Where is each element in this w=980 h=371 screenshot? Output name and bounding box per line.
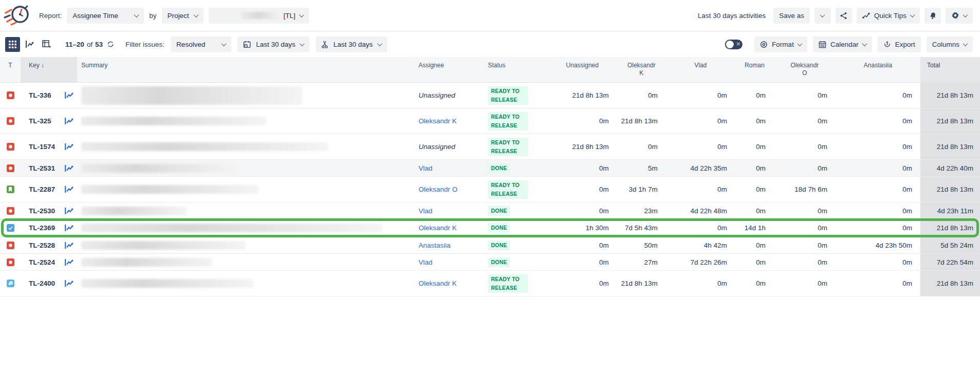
chart-view-button[interactable]: [22, 37, 37, 52]
notifications-button[interactable]: [924, 8, 941, 24]
pagination-info: 11–20of53: [65, 41, 114, 48]
time-cell-anastasiia: 0m: [836, 117, 920, 125]
toggle-x-icon: ✕: [736, 41, 740, 47]
save-as-button[interactable]: Save as: [773, 8, 810, 24]
issue-trend-button[interactable]: [61, 143, 77, 151]
total-cell: 21d 8h 13m: [920, 83, 980, 108]
time-cell-oleksandr-o: 0m: [774, 91, 836, 99]
type-cell: [0, 242, 21, 249]
col-type[interactable]: T: [0, 57, 21, 82]
calendar-icon: [819, 41, 826, 48]
issue-key-link[interactable]: TL-2528: [21, 242, 61, 249]
time-cell-vlad: 7d 22h 26m: [666, 258, 735, 266]
time-cell-oleksandr-o: 0m: [774, 224, 836, 232]
time-cell-roman: 0m: [735, 117, 774, 125]
time-cell-vlad: 4d 22h 35m: [666, 164, 735, 172]
issue-trend-button[interactable]: [61, 164, 77, 172]
chevron-down-icon: [820, 12, 825, 17]
issue-trend-button[interactable]: [61, 224, 77, 232]
issue-key-link[interactable]: TL-2531: [21, 164, 61, 172]
time-cell-oleksandr-o: 18d 7h 6m: [774, 186, 836, 193]
time-cell-vlad: 4d 22h 48m: [666, 207, 735, 215]
issue-trend-button[interactable]: [61, 258, 77, 266]
issue-key-link[interactable]: TL-336: [21, 91, 61, 99]
col-anastasiia[interactable]: Anastasiia: [836, 57, 920, 82]
col-total[interactable]: Total: [920, 57, 980, 82]
issue-key-link[interactable]: TL-2287: [21, 186, 61, 193]
assignee-cell: Oleksandr K: [411, 224, 481, 232]
by-label: by: [149, 12, 156, 20]
view-switcher: [5, 37, 54, 52]
time-cell-roman: 0m: [735, 207, 774, 215]
chevron-down-icon: [134, 12, 139, 17]
assignee-link[interactable]: Oleksandr K: [419, 280, 457, 287]
time-cell-oleksandr-o: 0m: [774, 117, 836, 125]
assignee-unassigned-label: Unassigned: [419, 143, 455, 151]
export-button[interactable]: Export: [878, 36, 921, 52]
col-summary[interactable]: Summary: [77, 57, 411, 82]
table-header-row: TKey ↓SummaryAssigneeStatusUnassignedOle…: [0, 57, 980, 83]
col-oleksandr-k[interactable]: Oleksandr K: [617, 57, 666, 82]
issue-dates-filter[interactable]: Last 30 days: [238, 36, 310, 52]
total-cell: 4d 23h 11m: [920, 202, 980, 219]
assignee-link[interactable]: Anastasiia: [419, 242, 450, 249]
issue-trend-button[interactable]: [61, 117, 77, 125]
time-cell-roman: 14d 1h: [735, 224, 774, 232]
total-cell: 21d 8h 13m: [920, 108, 980, 134]
trend-chart-icon: [64, 207, 74, 215]
project-select[interactable]: [TL]: [209, 8, 309, 24]
col-oleksandr-o[interactable]: Oleksandr O: [774, 57, 836, 82]
col-assignee[interactable]: Assignee: [411, 57, 481, 82]
issue-trend-button[interactable]: [61, 280, 77, 287]
col-roman[interactable]: Roman: [735, 57, 774, 82]
grid-view-button[interactable]: [5, 37, 20, 52]
redacted-summary: [81, 258, 212, 267]
col-status[interactable]: Status: [481, 57, 548, 82]
assignee-link[interactable]: Vlad: [419, 258, 432, 266]
settings-button[interactable]: [946, 8, 973, 24]
assignee-link[interactable]: Oleksandr K: [419, 117, 457, 125]
worklog-dates-filter[interactable]: Last 30 days: [316, 36, 387, 52]
assignee-link[interactable]: Vlad: [419, 164, 432, 172]
calendar-button[interactable]: Calendar: [813, 36, 872, 52]
issue-trend-button[interactable]: [61, 207, 77, 215]
issue-trend-button[interactable]: [61, 186, 77, 193]
total-cell: 5d 5h 24m: [920, 237, 980, 253]
assignee-link[interactable]: Oleksandr O: [419, 186, 458, 193]
issue-trend-button[interactable]: [61, 91, 77, 99]
compact-mode-toggle[interactable]: ✕: [725, 40, 742, 49]
calendar-clock-icon: [243, 41, 251, 48]
pivot-view-button[interactable]: [39, 37, 54, 52]
report-toolbar: 11–20of53 Filter issues: Resolved: [0, 31, 980, 57]
time-cell-oleksandr-k: 50m: [617, 242, 666, 249]
refresh-button[interactable]: [107, 41, 114, 48]
assignee-link[interactable]: Vlad: [419, 207, 432, 215]
bug-issue-type-icon: [7, 117, 14, 125]
report-type-select[interactable]: Assignee Time: [67, 8, 144, 24]
col-vlad[interactable]: Vlad: [666, 57, 735, 82]
issue-key-link[interactable]: TL-2524: [21, 258, 61, 266]
col-key[interactable]: Key ↓: [21, 57, 77, 82]
issue-trend-button[interactable]: [61, 242, 77, 249]
issue-key-link[interactable]: TL-325: [21, 117, 61, 125]
table-row-tl-2528: TL-2528AnastasiiaDONE0m50m4h 42m0m0m4d 2…: [0, 237, 980, 254]
task-issue-type-icon: [7, 224, 14, 232]
columns-button[interactable]: Columns: [927, 36, 973, 52]
col-unassigned[interactable]: Unassigned: [548, 57, 617, 82]
issue-key-link[interactable]: TL-2369: [21, 224, 61, 232]
issue-key-link[interactable]: TL-1574: [21, 143, 61, 151]
save-as-dropdown-button[interactable]: [814, 8, 831, 24]
issue-key-link[interactable]: TL-2400: [21, 280, 61, 287]
bug-issue-type-icon: [7, 258, 14, 266]
issue-key-link[interactable]: TL-2530: [21, 207, 61, 215]
status-filter-select[interactable]: Resolved: [171, 36, 231, 52]
share-button[interactable]: [836, 8, 852, 24]
assignee-link[interactable]: Oleksandr K: [419, 224, 457, 232]
status-cell: READY TO RELEASE: [481, 180, 548, 199]
time-cell-unassigned: 0m: [548, 258, 617, 266]
time-cell-vlad: 0m: [666, 143, 735, 151]
format-button[interactable]: Format: [754, 36, 807, 52]
group-by-select[interactable]: Project: [162, 8, 204, 24]
summary-cell: [77, 207, 411, 215]
quick-tips-button[interactable]: Quick Tips: [857, 8, 920, 24]
